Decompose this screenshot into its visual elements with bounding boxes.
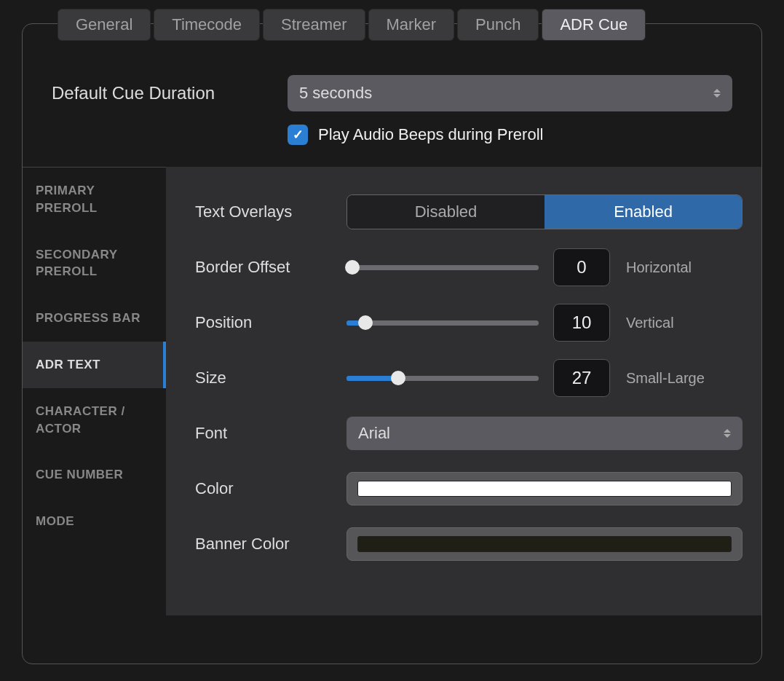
check-icon: ✓ [293,127,304,143]
size-suffix: Small-Large [626,370,705,387]
banner-color-row: Banner Color [195,516,743,572]
sidebar-item-character-actor[interactable]: CHARACTER / ACTOR [23,388,166,452]
position-slider[interactable] [347,315,539,330]
color-swatch [357,481,732,497]
default-cue-duration-select[interactable]: 5 seconds [288,75,732,111]
banner-color-label: Banner Color [195,535,347,554]
top-tabs: GeneralTimecodeStreamerMarkerPunchADR Cu… [58,9,646,41]
border-offset-row: Border Offset 0 Horizontal [195,240,743,295]
tab-punch[interactable]: Punch [457,9,539,41]
size-label: Size [195,369,347,387]
border-offset-value[interactable]: 0 [553,248,610,286]
slider-thumb[interactable] [391,371,405,385]
font-select[interactable]: Arial [347,417,743,450]
position-value[interactable]: 10 [553,304,610,342]
banner-color-swatch [357,536,732,552]
size-slider[interactable] [347,371,539,385]
sidebar-item-progress-bar[interactable]: PROGRESS BAR [23,295,166,342]
play-beeps-label: Play Audio Beeps during Preroll [318,125,543,144]
panel-content: Default Cue Duration 5 seconds ✓ Play Au… [23,24,761,615]
text-overlays-option-disabled[interactable]: Disabled [347,195,545,229]
tab-timecode[interactable]: Timecode [154,9,260,41]
slider-thumb[interactable] [345,260,360,275]
text-overlays-label: Text Overlays [195,202,347,221]
border-offset-suffix: Horizontal [626,259,692,276]
main-area: PRIMARY PREROLLSECONDARY PREROLLPROGRESS… [23,167,761,615]
tab-streamer[interactable]: Streamer [263,9,365,41]
font-label: Font [195,424,347,443]
color-label: Color [195,479,347,498]
tab-adr-cue[interactable]: ADR Cue [542,9,646,41]
sidebar: PRIMARY PREROLLSECONDARY PREROLLPROGRESS… [23,167,166,615]
tab-general[interactable]: General [58,9,151,41]
size-row: Size 27 Small-Large [195,350,743,406]
font-row: Font Arial [195,406,743,461]
select-arrows-icon [713,89,721,98]
position-row: Position 10 Vertical [195,295,743,350]
sidebar-item-primary-preroll[interactable]: PRIMARY PREROLL [23,168,166,232]
play-beeps-row: ✓ Play Audio Beeps during Preroll [23,111,761,167]
default-cue-duration-value: 5 seconds [299,84,372,103]
position-label: Position [195,313,347,332]
text-overlays-row: Text Overlays DisabledEnabled [195,184,743,240]
sidebar-item-cue-number[interactable]: CUE NUMBER [23,452,166,498]
color-row: Color [195,461,743,516]
settings-panel: GeneralTimecodeStreamerMarkerPunchADR Cu… [22,23,762,664]
font-value: Arial [358,424,390,443]
default-cue-duration-label: Default Cue Duration [52,83,270,103]
select-arrows-icon [724,429,731,438]
sidebar-item-secondary-preroll[interactable]: SECONDARY PREROLL [23,232,166,296]
color-well[interactable] [347,472,743,505]
play-beeps-checkbox[interactable]: ✓ [288,125,308,145]
detail-pane: Text Overlays DisabledEnabled Border Off… [166,167,761,615]
text-overlays-segmented: DisabledEnabled [347,194,743,229]
size-value[interactable]: 27 [553,359,610,397]
sidebar-item-mode[interactable]: MODE [23,498,166,545]
position-suffix: Vertical [626,315,674,331]
border-offset-slider[interactable] [347,260,539,275]
tab-marker[interactable]: Marker [368,9,454,41]
banner-color-well[interactable] [347,527,743,561]
default-cue-duration-row: Default Cue Duration 5 seconds [23,75,761,111]
border-offset-label: Border Offset [195,258,347,277]
slider-thumb[interactable] [358,315,373,330]
sidebar-item-adr-text[interactable]: ADR TEXT [23,342,166,388]
text-overlays-option-enabled[interactable]: Enabled [545,195,742,229]
